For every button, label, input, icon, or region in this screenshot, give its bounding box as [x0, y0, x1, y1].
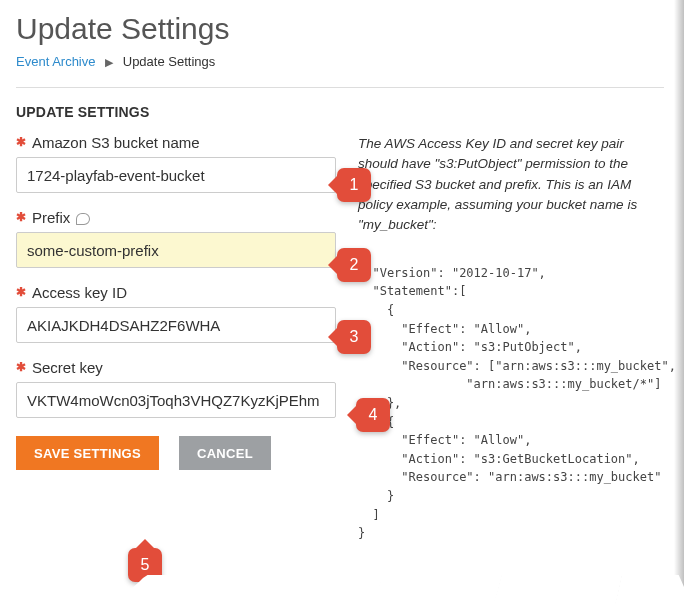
callout-2: 2 — [337, 248, 371, 282]
help-column: The AWS Access Key ID and secret key pai… — [358, 134, 664, 543]
bucket-label: ✱ Amazon S3 bucket name — [16, 134, 336, 151]
form-column: ✱ Amazon S3 bucket name ✱ Prefix ✱ Acces… — [16, 134, 336, 470]
access-key-input[interactable] — [16, 307, 336, 343]
prefix-label: ✱ Prefix — [16, 209, 336, 226]
access-key-label-text: Access key ID — [32, 284, 127, 301]
secret-key-label-text: Secret key — [32, 359, 103, 376]
required-icon: ✱ — [16, 286, 26, 298]
prefix-input[interactable] — [16, 232, 336, 268]
field-access-key: ✱ Access key ID — [16, 284, 336, 343]
breadcrumb-current: Update Settings — [123, 54, 216, 69]
help-text: The AWS Access Key ID and secret key pai… — [358, 134, 664, 235]
bucket-input[interactable] — [16, 157, 336, 193]
prefix-label-text: Prefix — [32, 209, 70, 226]
breadcrumb-link-event-archive[interactable]: Event Archive — [16, 54, 96, 69]
field-prefix: ✱ Prefix — [16, 209, 336, 268]
page-title: Update Settings — [16, 12, 664, 46]
bucket-label-text: Amazon S3 bucket name — [32, 134, 200, 151]
policy-example: { "Version": "2012-10-17", "Statement":[… — [358, 245, 664, 543]
callout-3: 3 — [337, 320, 371, 354]
save-button[interactable]: SAVE SETTINGS — [16, 436, 159, 470]
callout-1: 1 — [337, 168, 371, 202]
callout-4: 4 — [356, 398, 390, 432]
torn-edge-bottom — [0, 575, 684, 605]
section-title: UPDATE SETTINGS — [16, 104, 664, 120]
access-key-label: ✱ Access key ID — [16, 284, 336, 301]
secret-key-input[interactable] — [16, 382, 336, 418]
breadcrumb: Event Archive ▶ Update Settings — [16, 54, 664, 69]
required-icon: ✱ — [16, 211, 26, 223]
field-secret-key: ✱ Secret key — [16, 359, 336, 418]
chevron-right-icon: ▶ — [105, 56, 113, 68]
required-icon: ✱ — [16, 136, 26, 148]
cancel-button[interactable]: CANCEL — [179, 436, 271, 470]
divider — [16, 87, 664, 88]
callout-5: 5 — [128, 548, 162, 582]
button-row: SAVE SETTINGS CANCEL — [16, 436, 336, 470]
required-icon: ✱ — [16, 361, 26, 373]
field-bucket: ✱ Amazon S3 bucket name — [16, 134, 336, 193]
comment-icon[interactable] — [76, 213, 90, 225]
secret-key-label: ✱ Secret key — [16, 359, 336, 376]
